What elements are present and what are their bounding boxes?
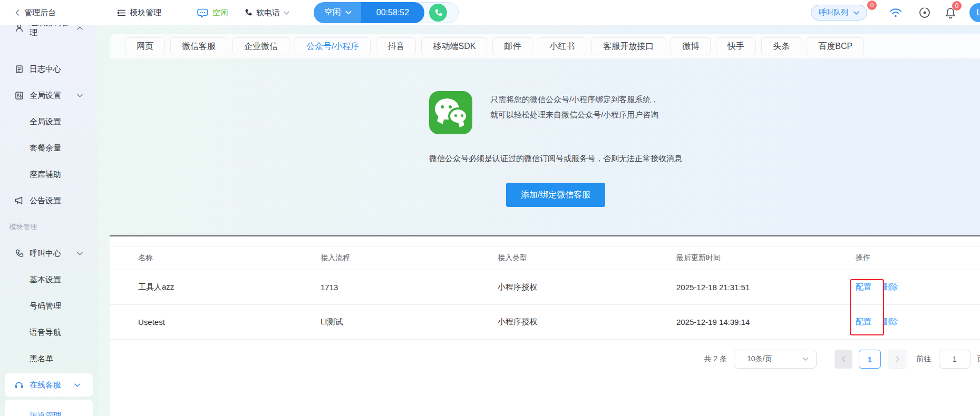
notifications-badge: 0 <box>952 1 962 11</box>
banner-note: 微信公众号必须是认证过的微信订阅号或服务号，否则无法正常接收消息 <box>429 154 682 164</box>
add-bind-wechat-button[interactable]: 添加/绑定微信客服 <box>506 183 605 207</box>
row-updated: 2025-12-19 14:39:14 <box>676 318 856 326</box>
agent-status-label: 空闲 <box>324 7 341 18</box>
config-link[interactable]: 配置 <box>856 282 871 291</box>
row-type: 小程序授权 <box>498 282 676 292</box>
tab-web[interactable]: 网页 <box>125 37 165 55</box>
chevron-icon <box>75 26 84 30</box>
log-icon <box>14 65 24 74</box>
softphone-menu[interactable]: 软电话 <box>244 0 289 25</box>
user-avatar[interactable]: L <box>969 3 980 22</box>
headset-icon <box>14 381 24 389</box>
tab-official-miniprogram[interactable]: 公众号/小程序 <box>295 37 371 55</box>
tab-open-api[interactable]: 客服开放接口 <box>591 37 665 55</box>
chevron-down-icon <box>75 94 84 97</box>
record-status-icon[interactable] <box>918 0 931 25</box>
sidebar-subitem-basic-settings[interactable]: 基本设置 <box>0 266 98 293</box>
wechat-logo-icon <box>429 91 472 134</box>
softphone-icon <box>244 8 253 17</box>
softphone-label: 软电话 <box>256 8 280 18</box>
app-window: 管理后台 模块管理 空闲 软电话 <box>0 0 980 416</box>
goto-unit-label: 页 <box>977 354 980 364</box>
tab-email[interactable]: 邮件 <box>492 37 532 55</box>
chat-status[interactable]: 空闲 <box>197 0 228 25</box>
sidebar-subitem-package-balance[interactable]: 套餐余量 <box>0 135 98 161</box>
col-updated: 最后更新时间 <box>676 253 856 263</box>
section-divider <box>110 235 980 236</box>
back-nav[interactable]: 管理后台 <box>14 0 56 25</box>
channel-tabbar: 网页 微信客服 企业微信 公众号/小程序 抖音 移动端SDK 邮件 小红书 客服… <box>110 34 980 58</box>
tab-weibo[interactable]: 微博 <box>671 37 711 55</box>
sidebar-item-label: 日志中心 <box>30 64 61 74</box>
sidebar-item-global-settings[interactable]: 全局设置 <box>0 82 98 108</box>
sidebar-item-call-center[interactable]: 呼叫中心 <box>0 240 98 266</box>
tab-wechat-kf[interactable]: 微信客服 <box>170 37 227 55</box>
call-queue-label: 呼叫队列 <box>819 8 848 17</box>
config-link[interactable]: 配置 <box>856 317 871 326</box>
sidebar-item-log-center[interactable]: 日志中心 <box>0 56 98 82</box>
sidebar-subitem-blacklist[interactable]: 黑名单 <box>0 345 98 372</box>
col-type: 接入类型 <box>498 253 676 263</box>
channel-table-card: 名称 接入流程 接入类型 最后更新时间 操作 工具人azz 1713 小程序授权… <box>110 235 980 416</box>
sidebar-subitem-number-manage[interactable]: 号码管理 <box>0 293 98 319</box>
page-number-button[interactable]: 1 <box>859 350 881 369</box>
tab-xiaohongshu[interactable]: 小红书 <box>538 37 586 55</box>
chevron-down-icon <box>345 11 352 15</box>
back-label: 管理后台 <box>24 8 56 18</box>
back-chevron-icon <box>14 9 21 16</box>
col-actions: 操作 <box>856 253 980 263</box>
network-status-icon[interactable] <box>889 0 903 25</box>
sidebar-subitem-agent-assist[interactable]: 座席辅助 <box>0 161 98 187</box>
banner-line2: 就可以轻松处理来自微信公众号/小程序用户咨询 <box>490 107 658 122</box>
row-name: Usetest <box>110 318 321 326</box>
goto-page-input[interactable] <box>939 350 971 369</box>
chevron-down-icon <box>853 11 859 15</box>
chevron-down-icon <box>75 252 84 255</box>
agent-status-pill: 空闲 00:58:52 <box>314 2 459 23</box>
table-header: 名称 接入流程 接入类型 最后更新时间 操作 <box>110 246 980 270</box>
delete-link[interactable]: 删除 <box>882 317 898 326</box>
row-flow: LI测试 <box>321 317 498 327</box>
tab-mobile-sdk[interactable]: 移动端SDK <box>421 37 487 55</box>
tab-kuaishou[interactable]: 快手 <box>716 37 756 55</box>
sidebar-item-org-structure[interactable]: 组织架构管理 <box>0 25 98 41</box>
tab-douyin[interactable]: 抖音 <box>376 37 416 55</box>
sidebar-item-online-service[interactable]: 在线客服 <box>5 373 93 397</box>
module-manage-label: 模块管理 <box>130 8 161 18</box>
col-name: 名称 <box>110 253 321 263</box>
org-icon <box>14 25 24 33</box>
topbar: 管理后台 模块管理 空闲 软电话 <box>0 0 980 25</box>
phone-icon <box>434 8 443 17</box>
chevron-down-icon <box>284 11 289 15</box>
tab-wecom[interactable]: 企业微信 <box>232 37 289 55</box>
main-content: 网页 微信客服 企业微信 公众号/小程序 抖音 移动端SDK 邮件 小红书 客服… <box>98 25 980 416</box>
sidebar-subitem-ivr-nav[interactable]: 语音导航 <box>0 319 98 345</box>
megaphone-icon <box>14 196 24 205</box>
call-button[interactable] <box>429 4 447 22</box>
sidebar-item-label: 组织架构管理 <box>30 25 75 38</box>
call-queue-dropdown[interactable]: 呼叫队列 <box>811 5 867 21</box>
row-name: 工具人azz <box>110 282 321 292</box>
sidebar-subitem-channel-manage[interactable]: 渠道管理 <box>5 400 93 416</box>
row-type: 小程序授权 <box>498 317 676 327</box>
sidebar-subitem-global-settings[interactable]: 全局设置 <box>0 108 98 135</box>
table-row: 工具人azz 1713 小程序授权 2025-12-18 21:31:51 配置… <box>110 270 980 305</box>
sidebar-item-label: 呼叫中心 <box>30 249 61 259</box>
tab-baidu-bcp[interactable]: 百度BCP <box>807 37 864 55</box>
module-manage-nav[interactable]: 模块管理 <box>117 0 161 25</box>
page-size-value: 10条/页 <box>747 354 772 364</box>
chevron-down-icon <box>72 383 82 387</box>
table-row: Usetest LI测试 小程序授权 2025-12-19 14:39:14 配… <box>110 305 980 340</box>
call-queue-badge: 0 <box>867 1 877 10</box>
prev-page-button[interactable] <box>835 350 852 369</box>
page-size-select[interactable]: 10条/页 <box>734 350 817 369</box>
agent-status-dropdown[interactable]: 空闲 <box>314 2 361 23</box>
next-page-button[interactable] <box>888 350 907 369</box>
row-updated: 2025-12-18 21:31:51 <box>676 283 856 292</box>
sidebar-item-announcement[interactable]: 公告设置 <box>0 187 98 214</box>
tab-toutiao[interactable]: 头条 <box>761 37 801 55</box>
delete-link[interactable]: 删除 <box>882 282 898 291</box>
sidebar-item-label: 全局设置 <box>30 91 61 101</box>
sidebar-item-label: 在线客服 <box>30 380 61 390</box>
row-flow: 1713 <box>321 283 498 292</box>
